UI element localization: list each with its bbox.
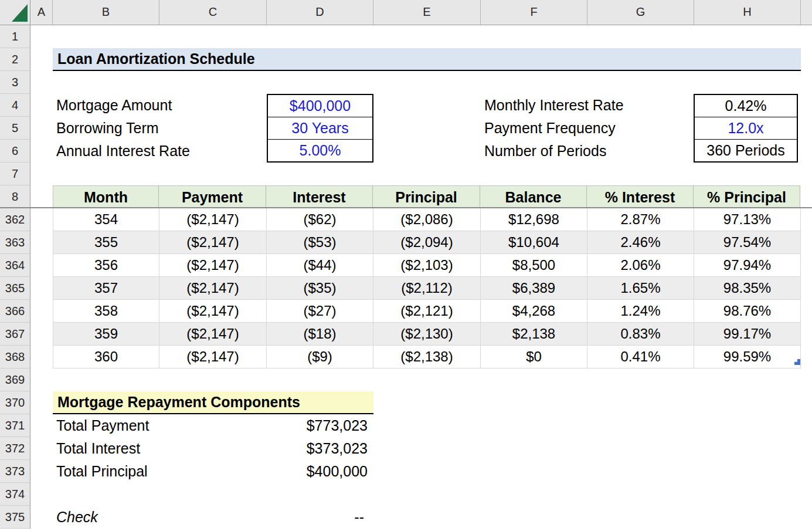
- schedule-cell[interactable]: ($18): [267, 323, 373, 346]
- monthly-interest-rate-value-cell[interactable]: 0.42%: [695, 95, 797, 117]
- schedule-cell[interactable]: 360: [53, 346, 159, 368]
- schedule-cell[interactable]: $4,268: [481, 300, 587, 323]
- header-pct-principal[interactable]: % Principal: [694, 185, 800, 208]
- schedule-cell[interactable]: 99.17%: [694, 323, 801, 346]
- schedule-cell[interactable]: ($2,147): [159, 346, 267, 368]
- payment-frequency-value-cell[interactable]: 12.0x: [695, 117, 797, 140]
- schedule-cell[interactable]: 2.46%: [587, 231, 694, 254]
- schedule-cell[interactable]: ($2,138): [373, 346, 481, 368]
- schedule-cell[interactable]: ($2,103): [373, 254, 481, 277]
- schedule-cell[interactable]: 354: [53, 208, 159, 231]
- total-payment-label[interactable]: Total Payment: [56, 414, 149, 437]
- schedule-cell[interactable]: 99.59%: [694, 346, 801, 368]
- total-principal-label[interactable]: Total Principal: [56, 460, 148, 483]
- schedule-cell[interactable]: 98.35%: [694, 277, 801, 300]
- row-header-367[interactable]: 367: [0, 323, 30, 346]
- row-header-364[interactable]: 364: [0, 254, 30, 277]
- row-header-365[interactable]: 365: [0, 277, 30, 300]
- schedule-cell[interactable]: $8,500: [481, 254, 587, 277]
- header-month[interactable]: Month: [53, 185, 159, 208]
- schedule-cell[interactable]: ($2,147): [159, 277, 267, 300]
- schedule-cell[interactable]: ($2,147): [159, 323, 267, 346]
- column-header-g[interactable]: G: [587, 0, 694, 25]
- annual-interest-rate-label[interactable]: Annual Interest Rate: [56, 140, 190, 163]
- row-header-7[interactable]: 7: [0, 163, 30, 185]
- row-header-372[interactable]: 372: [0, 437, 30, 460]
- schedule-cell[interactable]: $0: [481, 346, 587, 368]
- row-header-363[interactable]: 363: [0, 231, 30, 254]
- schedule-cell[interactable]: 356: [53, 254, 159, 277]
- summary-title-cell[interactable]: Mortgage Repayment Components: [53, 391, 373, 414]
- schedule-cell[interactable]: ($9): [267, 346, 373, 368]
- number-of-periods-value-cell[interactable]: 360 Periods: [695, 140, 797, 161]
- schedule-cell[interactable]: 1.24%: [587, 300, 694, 323]
- monthly-interest-rate-label[interactable]: Monthly Interest Rate: [484, 94, 624, 117]
- column-header-b[interactable]: B: [53, 0, 159, 25]
- schedule-cell[interactable]: 355: [53, 231, 159, 254]
- schedule-cell[interactable]: $10,604: [481, 231, 587, 254]
- schedule-cell[interactable]: ($2,147): [159, 300, 267, 323]
- schedule-cell[interactable]: ($2,112): [373, 277, 481, 300]
- schedule-cell[interactable]: 357: [53, 277, 159, 300]
- row-header-3[interactable]: 3: [0, 71, 30, 94]
- row-header-1[interactable]: 1: [0, 25, 30, 48]
- row-header-4[interactable]: 4: [0, 94, 30, 117]
- header-interest[interactable]: Interest: [266, 185, 373, 208]
- schedule-cell[interactable]: ($2,094): [373, 231, 481, 254]
- schedule-cell[interactable]: 0.41%: [587, 346, 694, 368]
- row-header-370[interactable]: 370: [0, 391, 30, 414]
- row-header-366[interactable]: 366: [0, 300, 30, 323]
- row-header-373[interactable]: 373: [0, 460, 30, 483]
- column-header-c[interactable]: C: [159, 0, 267, 25]
- check-value[interactable]: --: [267, 506, 364, 529]
- schedule-cell[interactable]: $12,698: [481, 208, 587, 231]
- schedule-cell[interactable]: 1.65%: [587, 277, 694, 300]
- schedule-cell[interactable]: ($2,121): [373, 300, 481, 323]
- mortgage-amount-label[interactable]: Mortgage Amount: [56, 94, 172, 117]
- schedule-cell[interactable]: 97.13%: [694, 208, 801, 231]
- schedule-cell[interactable]: ($35): [267, 277, 373, 300]
- header-pct-interest[interactable]: % Interest: [587, 185, 694, 208]
- select-all-corner[interactable]: [0, 0, 30, 25]
- total-principal-value[interactable]: $400,000: [267, 460, 368, 483]
- row-header-375[interactable]: 375: [0, 506, 30, 529]
- schedule-cell[interactable]: 97.94%: [694, 254, 801, 277]
- row-header-374[interactable]: 374: [0, 483, 30, 506]
- row-header-371[interactable]: 371: [0, 414, 30, 437]
- schedule-cell[interactable]: 0.83%: [587, 323, 694, 346]
- mortgage-amount-value-cell[interactable]: $400,000: [268, 95, 372, 117]
- borrowing-term-value-cell[interactable]: 30 Years: [268, 117, 372, 140]
- column-header-e[interactable]: E: [373, 0, 481, 25]
- schedule-cell[interactable]: $2,138: [481, 323, 587, 346]
- schedule-cell[interactable]: 2.87%: [587, 208, 694, 231]
- check-label[interactable]: Check: [56, 506, 98, 529]
- row-header-2[interactable]: 2: [0, 48, 30, 71]
- schedule-cell[interactable]: 97.54%: [694, 231, 801, 254]
- column-header-d[interactable]: D: [267, 0, 373, 25]
- schedule-cell[interactable]: $6,389: [481, 277, 587, 300]
- total-interest-label[interactable]: Total Interest: [56, 437, 140, 460]
- column-header-a[interactable]: A: [30, 0, 53, 25]
- schedule-cell[interactable]: 358: [53, 300, 159, 323]
- schedule-cell[interactable]: ($2,130): [373, 323, 481, 346]
- payment-frequency-label[interactable]: Payment Frequency: [484, 117, 616, 140]
- schedule-cell[interactable]: ($2,147): [159, 208, 267, 231]
- row-header-6[interactable]: 6: [0, 140, 30, 163]
- number-of-periods-label[interactable]: Number of Periods: [484, 140, 606, 163]
- row-header-369[interactable]: 369: [0, 368, 30, 391]
- schedule-cell[interactable]: 98.76%: [694, 300, 801, 323]
- schedule-cell[interactable]: ($53): [267, 231, 373, 254]
- schedule-cell[interactable]: ($2,147): [159, 254, 267, 277]
- column-header-overflow[interactable]: [801, 0, 812, 25]
- row-header-368[interactable]: 368: [0, 346, 30, 368]
- row-header-8[interactable]: 8: [0, 185, 30, 208]
- header-balance[interactable]: Balance: [480, 185, 587, 208]
- schedule-cell[interactable]: ($2,086): [373, 208, 481, 231]
- column-header-f[interactable]: F: [481, 0, 587, 25]
- row-header-5[interactable]: 5: [0, 117, 30, 140]
- total-interest-value[interactable]: $373,023: [267, 437, 368, 460]
- schedule-cell[interactable]: ($62): [267, 208, 373, 231]
- schedule-cell[interactable]: ($2,147): [159, 231, 267, 254]
- borrowing-term-label[interactable]: Borrowing Term: [56, 117, 159, 140]
- sheet-title-cell[interactable]: Loan Amortization Schedule: [53, 48, 801, 71]
